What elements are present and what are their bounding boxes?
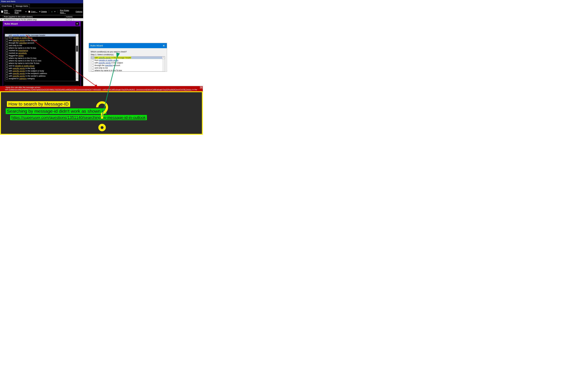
tab-email-rules[interactable]: Email Rules (0, 4, 14, 8)
checkbox[interactable] (6, 62, 8, 64)
scroll-up-button[interactable]: ˄ (162, 57, 165, 59)
condition-item[interactable]: with specific words in the subject (91, 61, 165, 64)
condition-item[interactable]: sent to people or public group (5, 64, 78, 67)
condition-item[interactable]: where my name is in the Cc box (5, 57, 78, 59)
checkbox[interactable] (92, 59, 94, 61)
condition-item[interactable]: from people or public group (5, 37, 78, 39)
checkbox[interactable] (6, 39, 8, 41)
condition-link[interactable]: specific words (13, 70, 25, 72)
checkbox[interactable] (6, 60, 8, 62)
condition-item[interactable]: with specific words in the body (5, 67, 78, 70)
condition-link[interactable]: specific words (13, 75, 25, 77)
table-row[interactable]: ✔ RB Distribution List To-Do (client-onl… (0, 18, 83, 21)
checkbox[interactable] (6, 47, 8, 49)
condition-link[interactable]: specific words (13, 39, 25, 41)
condition-link[interactable]: people or public group (99, 59, 118, 61)
condition-link[interactable]: people or public group (15, 65, 35, 67)
checkbox[interactable] (6, 52, 8, 54)
message-id-value[interactable]: AAMkADcyM2QwMWI1LTQ4NTgtNGQxOC05YjM0LTI0… (9, 88, 192, 91)
scrollbar[interactable]: ˄ ˅ (76, 34, 78, 81)
condition-item[interactable]: through the specified account (91, 64, 165, 67)
wizard-title: Rules Wizard (4, 23, 18, 25)
condition-item[interactable]: sent only to me (91, 67, 165, 69)
condition-item[interactable]: ✔with specific words in the message head… (91, 57, 165, 59)
condition-item[interactable]: marked as importance (5, 49, 78, 52)
scroll-up-button[interactable]: ˄ (76, 34, 78, 37)
checkbox[interactable] (6, 44, 8, 46)
checkbox[interactable] (92, 67, 94, 69)
condition-item[interactable]: from people or public group (91, 59, 165, 61)
condition-item[interactable]: where my name is in the To box (91, 69, 165, 72)
checkbox[interactable] (6, 55, 8, 57)
condition-item[interactable]: marked as sensitivity (5, 52, 78, 54)
checkbox[interactable]: ✔ (92, 57, 94, 59)
move-down-button[interactable] (54, 11, 56, 12)
checkbox[interactable] (6, 73, 8, 74)
checkbox[interactable] (6, 75, 8, 77)
condition-text: with specific words in the subject (9, 39, 37, 41)
condition-item[interactable]: sent only to me (5, 44, 78, 47)
condition-link[interactable]: importance (18, 49, 28, 52)
checkbox[interactable] (6, 65, 8, 67)
options-button[interactable]: Options (76, 10, 82, 13)
condition-text: with specific words in the recipient's a… (9, 72, 47, 75)
condition-item[interactable]: with specific words in the subject (5, 39, 78, 42)
checkbox[interactable] (92, 69, 94, 71)
condition-item[interactable]: assigned to category category (5, 77, 78, 80)
checkbox[interactable] (6, 77, 8, 79)
wizard-question: Which condition(s) do you want to check? (5, 28, 79, 30)
condition-item[interactable]: ✔with specific words in the message head… (5, 34, 78, 37)
col-rule: Rule (applied in the order shown) (3, 15, 65, 18)
condition-link[interactable]: specific words (13, 72, 25, 75)
condition-link[interactable]: specified (19, 42, 27, 44)
condition-item[interactable]: with specific words in the sender's addr… (5, 75, 78, 77)
checkbox[interactable] (6, 67, 8, 69)
run-rules-now-button[interactable]: Run Rules Now… (60, 9, 74, 14)
condition-item[interactable]: through the specified account (5, 42, 78, 44)
condition-item[interactable]: where my name is in the To or Cc box (5, 59, 78, 62)
new-rule-button[interactable]: 📄 New Rule… (1, 9, 13, 14)
condition-link[interactable]: action (19, 55, 24, 57)
condition-link[interactable]: specific words (99, 57, 111, 59)
checkbox[interactable]: ✔ (6, 34, 8, 36)
condition-link[interactable]: specified (105, 64, 113, 66)
checkbox[interactable] (6, 37, 8, 39)
checkbox[interactable] (6, 70, 8, 72)
condition-link[interactable]: specific words (13, 34, 25, 36)
copy-button[interactable]: 📋 Copy… (28, 10, 38, 13)
close-button[interactable]: ✕ (162, 44, 165, 47)
window-title: Rules and Alerts (0, 0, 83, 3)
checkbox[interactable] (92, 62, 94, 64)
checkbox[interactable] (92, 64, 94, 66)
rules-wizard-dark: Rules Wizard ✕ Which condition(s) do you… (3, 21, 81, 96)
move-up-button[interactable] (51, 11, 53, 12)
scrollbar[interactable]: ▴ (200, 86, 203, 91)
tab-manage-alerts[interactable]: Manage Alerts (14, 4, 30, 8)
checkbox[interactable] (6, 50, 8, 52)
conditions-list[interactable]: ✔with specific words in the message head… (91, 56, 165, 72)
condition-item[interactable]: with specific words in the subject or bo… (5, 70, 78, 72)
scroll-down-button[interactable]: ˅ (76, 78, 78, 81)
condition-link[interactable]: specific words (13, 67, 25, 69)
condition-text: through the specified account (9, 42, 34, 44)
condition-link[interactable]: specific words (99, 62, 111, 64)
checkbox[interactable] (6, 42, 8, 44)
condition-link[interactable]: category (19, 77, 27, 80)
delete-button[interactable]: ✕ Delete (39, 10, 47, 13)
close-button[interactable]: ✕ (76, 22, 79, 25)
condition-link[interactable]: people or public group (13, 37, 33, 39)
scrollbar[interactable]: ˄ (162, 57, 165, 71)
conditions-list[interactable]: ✔with specific words in the message head… (5, 34, 79, 81)
scroll-thumb[interactable] (76, 46, 78, 52)
checkbox[interactable] (6, 57, 8, 59)
condition-item[interactable]: flagged for action (5, 54, 78, 57)
row-checkbox[interactable]: ✔ (0, 19, 3, 21)
condition-link[interactable]: sensitivity (18, 52, 27, 54)
change-rule-button[interactable]: Change Rule ▾ (15, 9, 26, 14)
annotation-url[interactable]: https://superuser.com/questions/1351140/… (10, 115, 147, 120)
condition-item[interactable]: with specific words in the recipient's a… (5, 72, 78, 75)
scroll-up-button[interactable]: ▴ (200, 86, 203, 89)
condition-item[interactable]: where my name is not in the To box (5, 62, 78, 64)
condition-item[interactable]: where my name is in the To box (5, 47, 78, 49)
toolbar: 📄 New Rule… Change Rule ▾ 📋 Copy… ✕ Dele… (0, 8, 83, 15)
